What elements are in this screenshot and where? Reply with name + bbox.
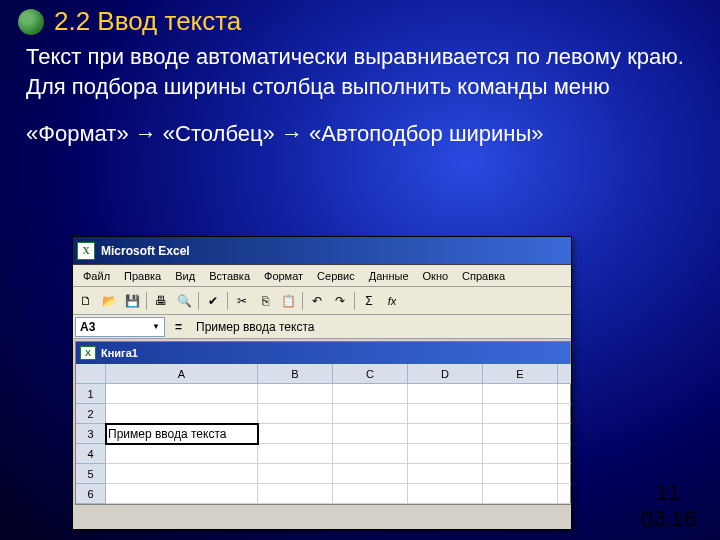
menu-help[interactable]: Справка	[456, 268, 511, 284]
cell-f6[interactable]	[558, 484, 572, 504]
row-header-1[interactable]: 1	[76, 384, 106, 404]
app-title: Microsoft Excel	[101, 244, 190, 258]
slide-title: 2.2 Ввод текста	[54, 6, 241, 37]
excel-window: X Microsoft Excel Файл Правка Вид Вставк…	[72, 236, 572, 530]
row-3: Пример ввода текста	[106, 424, 572, 444]
menu-edit[interactable]: Правка	[118, 268, 167, 284]
cell-e2[interactable]	[483, 404, 558, 424]
cell-f5[interactable]	[558, 464, 572, 484]
formula-bar: A3 ▼ = Пример ввода текста	[73, 315, 571, 339]
row-header-6[interactable]: 6	[76, 484, 106, 504]
cell-b6[interactable]	[258, 484, 333, 504]
cut-icon[interactable]: ✂	[231, 290, 253, 312]
cell-e1[interactable]	[483, 384, 558, 404]
cell-d2[interactable]	[408, 404, 483, 424]
menu-data[interactable]: Данные	[363, 268, 415, 284]
toolbar: 🗋 📂 💾 🖶 🔍 ✔ ✂ ⎘ 📋 ↶ ↷ Σ fx	[73, 287, 571, 315]
menu-insert[interactable]: Вставка	[203, 268, 256, 284]
workbook-titlebar: X Книга1	[76, 342, 570, 364]
name-box[interactable]: A3 ▼	[75, 317, 165, 337]
col-header-a[interactable]: A	[106, 364, 258, 384]
cell-d5[interactable]	[408, 464, 483, 484]
save-icon[interactable]: 💾	[121, 290, 143, 312]
row-header-3[interactable]: 3	[76, 424, 106, 444]
sum-icon[interactable]: Σ	[358, 290, 380, 312]
separator	[227, 292, 228, 310]
cell-d4[interactable]	[408, 444, 483, 464]
cell-e6[interactable]	[483, 484, 558, 504]
col-header-b[interactable]: B	[258, 364, 333, 384]
paste-icon[interactable]: 📋	[277, 290, 299, 312]
cell-c3[interactable]	[333, 424, 408, 444]
workbook-icon: X	[80, 346, 96, 360]
menu-file[interactable]: Файл	[77, 268, 116, 284]
row-header-2[interactable]: 2	[76, 404, 106, 424]
row-6	[106, 484, 572, 504]
new-icon[interactable]: 🗋	[75, 290, 97, 312]
app-titlebar: X Microsoft Excel	[73, 237, 571, 265]
col-header-d[interactable]: D	[408, 364, 483, 384]
worksheet: 1 2 3 4 5 6 A B C D E F	[76, 364, 570, 504]
row-5	[106, 464, 572, 484]
menu-path: «Формат» → «Столбец» → «Автоподбор ширин…	[26, 119, 696, 149]
cell-c6[interactable]	[333, 484, 408, 504]
slide-date: 03.16	[641, 506, 696, 532]
cell-f3[interactable]	[558, 424, 572, 444]
menu-format[interactable]: Формат	[258, 268, 309, 284]
cell-f1[interactable]	[558, 384, 572, 404]
cell-d6[interactable]	[408, 484, 483, 504]
row-header-4[interactable]: 4	[76, 444, 106, 464]
row-headers: 1 2 3 4 5 6	[76, 364, 106, 504]
copy-icon[interactable]: ⎘	[254, 290, 276, 312]
chevron-down-icon: ▼	[152, 322, 160, 331]
grid: A B C D E F Пример ввода текста	[106, 364, 572, 504]
cell-e5[interactable]	[483, 464, 558, 484]
cell-d3[interactable]	[408, 424, 483, 444]
excel-app-icon: X	[77, 242, 95, 260]
cell-a1[interactable]	[106, 384, 258, 404]
menu-tools[interactable]: Сервис	[311, 268, 361, 284]
cell-c1[interactable]	[333, 384, 408, 404]
cell-a5[interactable]	[106, 464, 258, 484]
cell-b2[interactable]	[258, 404, 333, 424]
cell-c2[interactable]	[333, 404, 408, 424]
spell-icon[interactable]: ✔	[202, 290, 224, 312]
open-icon[interactable]: 📂	[98, 290, 120, 312]
cell-d1[interactable]	[408, 384, 483, 404]
cell-a3[interactable]: Пример ввода текста	[106, 424, 258, 444]
separator	[302, 292, 303, 310]
cell-a4[interactable]	[106, 444, 258, 464]
cell-c4[interactable]	[333, 444, 408, 464]
cell-b5[interactable]	[258, 464, 333, 484]
row-header-5[interactable]: 5	[76, 464, 106, 484]
cell-b1[interactable]	[258, 384, 333, 404]
cell-e4[interactable]	[483, 444, 558, 464]
separator	[198, 292, 199, 310]
cell-a2[interactable]	[106, 404, 258, 424]
print-icon[interactable]: 🖶	[150, 290, 172, 312]
slide-number: 11	[656, 480, 680, 506]
redo-icon[interactable]: ↷	[329, 290, 351, 312]
preview-icon[interactable]: 🔍	[173, 290, 195, 312]
cell-c5[interactable]	[333, 464, 408, 484]
cell-f2[interactable]	[558, 404, 572, 424]
cell-f4[interactable]	[558, 444, 572, 464]
column-headers: A B C D E F	[106, 364, 572, 384]
cell-b4[interactable]	[258, 444, 333, 464]
cell-e3[interactable]	[483, 424, 558, 444]
fx-icon[interactable]: fx	[381, 290, 403, 312]
menubar: Файл Правка Вид Вставка Формат Сервис Да…	[73, 265, 571, 287]
cell-b3[interactable]	[258, 424, 333, 444]
select-all-corner[interactable]	[76, 364, 106, 384]
workbook-window: X Книга1 1 2 3 4 5 6 A B C D E F	[75, 341, 571, 505]
cell-a6[interactable]	[106, 484, 258, 504]
formula-input[interactable]: Пример ввода текста	[192, 317, 569, 337]
col-header-c[interactable]: C	[333, 364, 408, 384]
menu-window[interactable]: Окно	[417, 268, 455, 284]
menu-view[interactable]: Вид	[169, 268, 201, 284]
undo-icon[interactable]: ↶	[306, 290, 328, 312]
col-header-e[interactable]: E	[483, 364, 558, 384]
separator	[354, 292, 355, 310]
row-4	[106, 444, 572, 464]
col-header-f[interactable]: F	[558, 364, 572, 384]
